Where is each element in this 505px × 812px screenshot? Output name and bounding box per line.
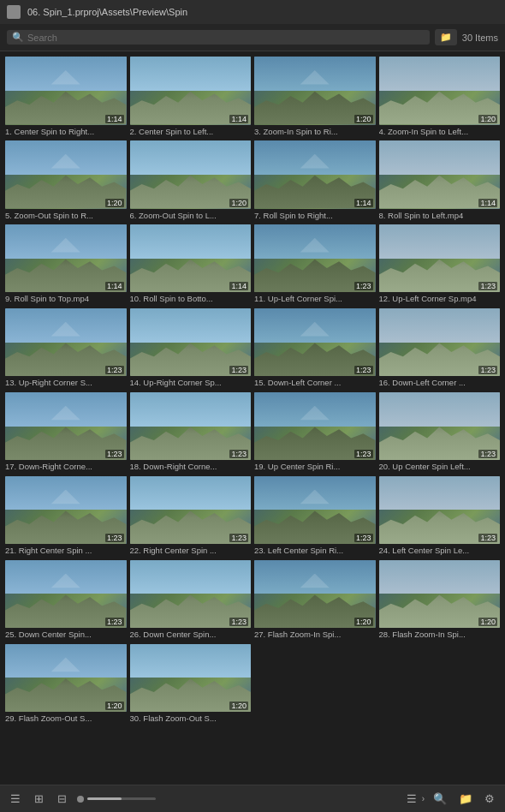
duration-badge: 1:14	[478, 199, 497, 207]
search-bottom-icon[interactable]: 🔍	[430, 791, 450, 807]
thumbnail-image: 1:23	[5, 308, 127, 377]
thumbnail-item[interactable]: 1:2027. Flash Zoom-In Spi...	[254, 560, 376, 641]
thumbnail-image: 1:20	[379, 57, 501, 125]
duration-badge: 1:20	[478, 115, 497, 123]
thumbnail-label: 22. Right Center Spin ...	[130, 546, 252, 556]
thumbnail-item[interactable]: 1:2321. Right Center Spin ...	[5, 476, 127, 557]
duration-badge: 1:14	[105, 115, 124, 123]
thumbnail-item[interactable]: 1:2323. Left Center Spin Ri...	[254, 476, 376, 557]
duration-badge: 1:23	[478, 282, 497, 290]
thumbnail-image: 1:23	[379, 392, 501, 461]
thumbnail-label: 18. Down-Right Corne...	[130, 462, 252, 472]
thumbnail-item[interactable]: 1:2311. Up-Left Corner Spi...	[254, 224, 376, 305]
thumbnail-item[interactable]: 1:203. Zoom-In Spin to Ri...	[254, 57, 376, 137]
thumbnail-item[interactable]: 1:2314. Up-Right Corner Sp...	[130, 308, 252, 389]
thumbnail-item[interactable]: 1:147. Roll Spin to Right...	[254, 140, 376, 221]
duration-badge: 1:23	[354, 450, 373, 458]
thumbnail-item[interactable]: 1:2320. Up Center Spin Left...	[379, 392, 501, 473]
thumbnail-item[interactable]: 1:2029. Flash Zoom-Out S...	[5, 644, 127, 725]
sort-icon[interactable]: ☰	[407, 792, 417, 805]
settings-bottom-icon[interactable]: ⚙	[481, 791, 498, 807]
thumbnail-item[interactable]: 1:2325. Down Center Spin...	[5, 560, 127, 641]
thumbnail-label: 23. Left Center Spin Ri...	[254, 546, 376, 556]
thumbnail-label: 1. Center Spin to Right...	[5, 127, 127, 137]
thumbnail-image: 1:23	[254, 476, 376, 545]
thumbnail-item[interactable]: 1:1410. Roll Spin to Botto...	[130, 224, 252, 305]
list-view-button[interactable]: ☰	[7, 791, 24, 807]
duration-badge: 1:20	[354, 618, 373, 626]
zoom-slider-wrap	[77, 796, 156, 803]
zoom-slider-fill	[87, 797, 122, 800]
thumbnail-item[interactable]: 1:2316. Down-Left Corner ...	[379, 308, 501, 389]
thumbnail-image: 1:14	[130, 224, 252, 293]
search-bar: 🔍 📁 30 Items	[0, 24, 505, 51]
thumbnail-item[interactable]: 1:204. Zoom-In Spin to Left...	[379, 57, 501, 137]
duration-badge: 1:20	[229, 199, 248, 207]
thumbnail-label: 15. Down-Left Corner ...	[254, 378, 376, 388]
duration-badge: 1:23	[229, 366, 248, 374]
thumbnail-item[interactable]: 1:205. Zoom-Out Spin to R...	[5, 140, 127, 221]
duration-badge: 1:14	[229, 115, 248, 123]
thumbnail-item[interactable]: 1:2028. Flash Zoom-In Spi...	[379, 560, 501, 641]
duration-badge: 1:23	[229, 450, 248, 458]
duration-badge: 1:23	[105, 618, 124, 626]
thumbnail-label: 2. Center Spin to Left...	[130, 127, 252, 137]
thumbnail-item[interactable]: 1:2322. Right Center Spin ...	[130, 476, 252, 557]
thumbnail-label: 7. Roll Spin to Right...	[254, 211, 376, 221]
duration-badge: 1:23	[478, 450, 497, 458]
thumbnail-label: 12. Up-Left Corner Sp.mp4	[379, 294, 501, 304]
search-input[interactable]	[27, 33, 425, 43]
thumbnail-image: 1:23	[379, 308, 501, 377]
thumbnail-item[interactable]: 1:206. Zoom-Out Spin to L...	[130, 140, 252, 221]
bottom-right-controls: ☰ › 🔍 📁 ⚙	[407, 791, 498, 807]
thumbnail-item[interactable]: 1:2030. Flash Zoom-Out S...	[130, 644, 252, 725]
thumbnail-label: 17. Down-Right Corne...	[5, 462, 127, 472]
thumbnail-item[interactable]: 1:142. Center Spin to Left...	[130, 57, 252, 137]
folder-bottom-icon[interactable]: 📁	[455, 791, 476, 807]
thumbnail-item[interactable]: 1:2313. Up-Right Corner S...	[5, 308, 127, 389]
thumbnail-label: 30. Flash Zoom-Out S...	[130, 713, 252, 724]
duration-badge: 1:20	[105, 199, 124, 207]
nested-view-button[interactable]: ⊟	[54, 791, 70, 807]
thumbnail-label: 11. Up-Left Corner Spi...	[254, 294, 376, 304]
thumbnail-item[interactable]: 1:149. Roll Spin to Top.mp4	[5, 224, 127, 305]
thumbnail-grid: 1:141. Center Spin to Right...1:142. Cen…	[0, 51, 505, 785]
thumbnail-item[interactable]: 1:2318. Down-Right Corne...	[130, 392, 252, 473]
duration-badge: 1:20	[354, 115, 373, 123]
duration-badge: 1:23	[105, 450, 124, 458]
thumbnail-item[interactable]: 1:148. Roll Spin to Left.mp4	[379, 140, 501, 221]
thumbnail-item[interactable]: 1:2317. Down-Right Corne...	[5, 392, 127, 473]
chevron-icon[interactable]: ›	[422, 794, 425, 803]
thumbnail-label: 9. Roll Spin to Top.mp4	[5, 294, 127, 304]
duration-badge: 1:23	[478, 534, 497, 542]
grid-view-button[interactable]: ⊞	[31, 791, 47, 807]
thumbnail-image: 1:23	[254, 308, 376, 377]
thumbnail-image: 1:23	[379, 224, 501, 293]
thumbnail-label: 21. Right Center Spin ...	[5, 546, 127, 556]
thumbnail-label: 27. Flash Zoom-In Spi...	[254, 630, 376, 640]
thumbnail-item[interactable]: 1:2312. Up-Left Corner Sp.mp4	[379, 224, 501, 305]
duration-badge: 1:23	[105, 366, 124, 374]
duration-badge: 1:14	[105, 282, 124, 290]
duration-badge: 1:23	[354, 366, 373, 374]
thumbnail-item[interactable]: 1:2315. Down-Left Corner ...	[254, 308, 376, 389]
thumbnail-item[interactable]: 1:2319. Up Center Spin Ri...	[254, 392, 376, 473]
thumbnail-item[interactable]: 1:2326. Down Center Spin...	[130, 560, 252, 641]
search-folder-button[interactable]: 📁	[435, 29, 457, 45]
thumbnail-image: 1:23	[130, 392, 252, 461]
duration-badge: 1:23	[105, 534, 124, 542]
thumbnail-image: 1:23	[130, 476, 252, 545]
thumbnail-item[interactable]: 1:141. Center Spin to Right...	[5, 57, 127, 137]
item-count: 30 Items	[462, 33, 498, 43]
thumbnail-item[interactable]: 1:2324. Left Center Spin Le...	[379, 476, 501, 557]
thumbnail-label: 10. Roll Spin to Botto...	[130, 294, 252, 304]
zoom-slider-track[interactable]	[87, 797, 156, 800]
thumbnail-label: 3. Zoom-In Spin to Ri...	[254, 127, 376, 137]
search-input-wrap[interactable]: 🔍	[7, 30, 430, 45]
thumbnail-image: 1:14	[254, 140, 376, 209]
thumbnail-label: 4. Zoom-In Spin to Left...	[379, 127, 501, 137]
thumbnail-image: 1:20	[5, 644, 127, 713]
thumbnail-image: 1:23	[379, 476, 501, 545]
thumbnail-label: 6. Zoom-Out Spin to L...	[130, 211, 252, 221]
thumbnail-label: 14. Up-Right Corner Sp...	[130, 378, 252, 388]
